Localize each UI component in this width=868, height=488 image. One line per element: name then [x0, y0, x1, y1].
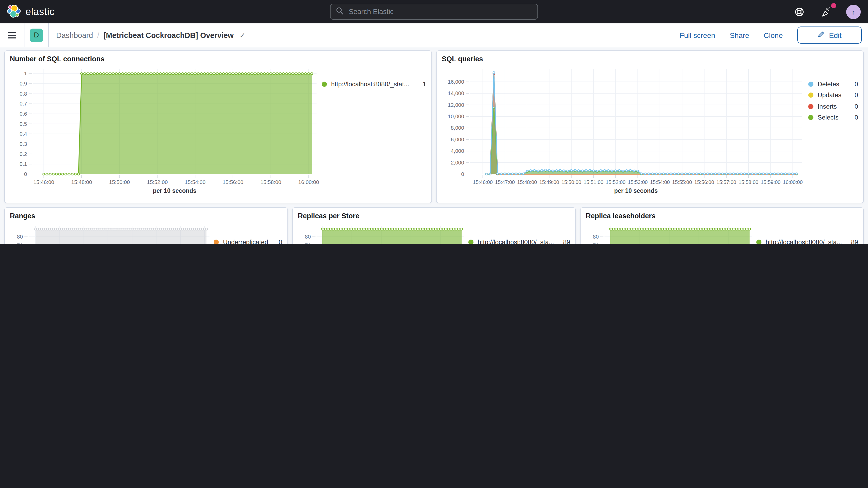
svg-text:15:47:00: 15:47:00: [495, 179, 515, 185]
kibana-dashboard: elastic: [0, 0, 868, 244]
panel-replica-leaseholders: Replica leaseholders 15:46:0015:49:0015:…: [580, 207, 864, 244]
legend-item[interactable]: http://localhost:8080/_stat...1: [322, 79, 426, 90]
chart-legend: http://localhost:8080/_stat...1: [322, 63, 426, 196]
svg-text:15:56:00: 15:56:00: [694, 179, 714, 185]
legend-series-dot: [322, 82, 327, 87]
chart-legend: Deletes0Updates0Inserts0Selects0: [808, 63, 858, 196]
notification-badge: [831, 3, 836, 8]
svg-text:0.3: 0.3: [20, 141, 27, 147]
legend-series-value: 89: [563, 239, 570, 244]
legend-series-value: 0: [855, 103, 858, 110]
panel-replicas-per-store: Replicas per Store 15:46:0015:49:0015:52…: [292, 207, 576, 244]
svg-text:70: 70: [305, 242, 311, 244]
svg-text:4,000: 4,000: [451, 148, 464, 154]
svg-text:16:00:00: 16:00:00: [298, 179, 319, 185]
legend-item[interactable]: http://localhost:8080/_sta...89: [468, 237, 570, 244]
panel-title: Replicas per Store: [298, 212, 570, 220]
legend-series-dot: [808, 93, 813, 98]
main-menu-button[interactable]: [0, 23, 24, 47]
svg-text:0: 0: [461, 171, 464, 177]
breadcrumb-dashboard-link[interactable]: Dashboard: [56, 31, 93, 39]
dashboard-badge[interactable]: D: [30, 28, 43, 42]
search-input[interactable]: [348, 7, 532, 16]
chart-legend: Underreplicated0Overreplicated0Unavailab…: [214, 220, 282, 244]
legend-item[interactable]: Deletes0: [808, 79, 858, 90]
legend-series-value: 89: [851, 239, 858, 244]
legend-series-value: 1: [423, 81, 426, 88]
legend-series-label: Deletes: [817, 81, 850, 88]
svg-text:15:57:00: 15:57:00: [716, 179, 736, 185]
svg-text:15:55:00: 15:55:00: [672, 179, 692, 185]
legend-series-value: 0: [855, 92, 858, 99]
svg-text:15:52:00: 15:52:00: [147, 179, 167, 185]
user-avatar[interactable]: r: [846, 4, 861, 19]
sql-connections-chart[interactable]: 15:46:0015:48:0015:50:0015:52:0015:54:00…: [10, 63, 322, 196]
svg-text:0.5: 0.5: [20, 121, 27, 127]
global-search[interactable]: [330, 4, 538, 20]
svg-text:15:49:00: 15:49:00: [539, 179, 559, 185]
svg-text:0.4: 0.4: [20, 131, 27, 137]
chart-legend: http://localhost:8080/_sta...89: [468, 220, 570, 244]
legend-series-dot: [468, 240, 473, 244]
page-title: [Metricbeat CockroachDB] Overview: [103, 31, 234, 39]
panel-title: SQL queries: [442, 55, 858, 63]
breadcrumb-separator: /: [97, 31, 99, 39]
legend-series-dot: [808, 82, 813, 87]
svg-text:per 10 seconds: per 10 seconds: [614, 187, 657, 194]
help-icon[interactable]: [792, 4, 807, 19]
legend-item[interactable]: Inserts0: [808, 101, 858, 112]
legend-series-label: Selects: [817, 114, 850, 121]
svg-text:per 10 seconds: per 10 seconds: [153, 187, 196, 194]
sql-queries-chart[interactable]: 15:46:0015:47:0015:48:0015:49:0015:50:00…: [442, 63, 808, 196]
ranges-chart[interactable]: 15:46:0015:48:0015:50:0015:52:0015:54:00…: [10, 220, 214, 244]
news-feed-icon[interactable]: [819, 4, 834, 19]
panel-ranges: Ranges 15:46:0015:48:0015:50:0015:52:001…: [4, 207, 288, 244]
chart-legend: http://localhost:8080/_sta...89: [756, 220, 858, 244]
legend-item[interactable]: http://localhost:8080/_sta...89: [756, 237, 858, 244]
elastic-logo-icon[interactable]: [7, 4, 21, 20]
legend-series-label: Inserts: [817, 103, 850, 110]
brand-name: elastic: [26, 6, 55, 18]
svg-text:0.7: 0.7: [20, 100, 27, 106]
full-screen-button[interactable]: Full screen: [680, 31, 715, 39]
legend-series-value: 0: [279, 239, 282, 244]
replicas-per-store-chart[interactable]: 15:46:0015:49:0015:52:0015:55:0015:58:00…: [298, 220, 468, 244]
svg-text:15:52:00: 15:52:00: [606, 179, 625, 185]
edit-button[interactable]: Edit: [797, 27, 862, 44]
share-button[interactable]: Share: [730, 31, 749, 39]
svg-text:0.9: 0.9: [20, 81, 27, 87]
app-header: elastic: [0, 0, 868, 23]
svg-text:15:53:00: 15:53:00: [628, 179, 648, 185]
svg-text:0.1: 0.1: [20, 161, 27, 167]
legend-series-value: 0: [855, 81, 858, 88]
panel-title: Replica leaseholders: [586, 212, 858, 220]
svg-text:15:58:00: 15:58:00: [260, 179, 281, 185]
svg-text:8,000: 8,000: [451, 125, 464, 131]
svg-text:16,000: 16,000: [448, 79, 464, 85]
legend-series-label: Underreplicated: [223, 239, 274, 244]
svg-text:1: 1: [24, 70, 27, 77]
legend-item[interactable]: Updates0: [808, 90, 858, 101]
panel-title: Ranges: [10, 212, 282, 220]
svg-text:15:46:00: 15:46:00: [473, 179, 493, 185]
clone-button[interactable]: Clone: [764, 31, 783, 39]
svg-text:15:51:00: 15:51:00: [584, 179, 603, 185]
search-icon: [336, 7, 344, 17]
svg-text:15:48:00: 15:48:00: [517, 179, 537, 185]
legend-series-value: 0: [855, 114, 858, 121]
legend-series-label: Updates: [817, 92, 850, 99]
svg-text:15:59:00: 15:59:00: [761, 179, 780, 185]
svg-text:80: 80: [17, 234, 23, 240]
svg-text:15:50:00: 15:50:00: [561, 179, 581, 185]
svg-text:15:54:00: 15:54:00: [185, 179, 206, 185]
svg-text:15:50:00: 15:50:00: [109, 179, 130, 185]
panel-sql-queries: SQL queries 15:46:0015:47:0015:48:0015:4…: [436, 51, 864, 203]
legend-item[interactable]: Selects0: [808, 112, 858, 123]
replica-leaseholders-chart[interactable]: 15:46:0015:49:0015:52:0015:55:0015:58:00…: [586, 220, 756, 244]
panel-sql-connections: Number of SQL connections 15:46:0015:48:…: [4, 51, 432, 203]
svg-text:2,000: 2,000: [451, 159, 464, 165]
legend-item[interactable]: Underreplicated0: [214, 237, 282, 244]
svg-text:15:56:00: 15:56:00: [222, 179, 243, 185]
svg-text:70: 70: [17, 242, 23, 244]
dashboard-toolbar: D Dashboard / [Metricbeat CockroachDB] O…: [0, 23, 868, 47]
